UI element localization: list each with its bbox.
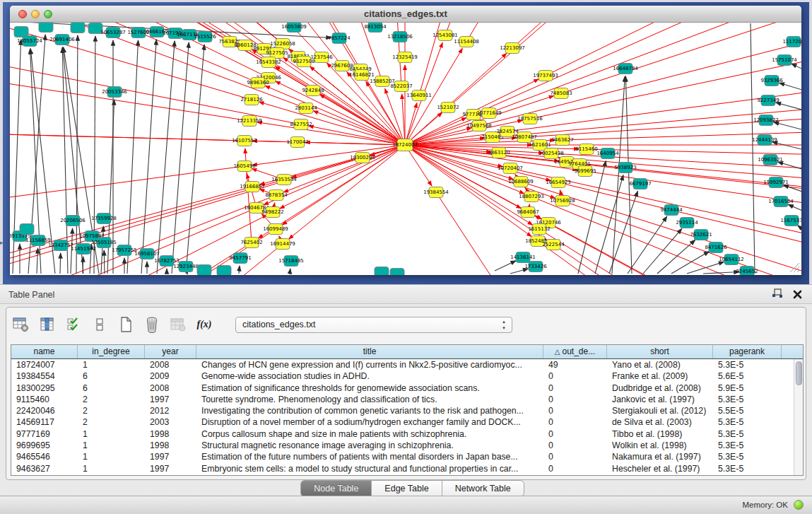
svg-text:9684067: 9684067	[517, 209, 539, 215]
status-bar: Memory: OK	[0, 496, 812, 514]
table-settings-icon[interactable]	[12, 315, 30, 334]
tab-edge-table[interactable]: Edge Table	[372, 480, 442, 497]
table-cell: 0	[543, 440, 607, 451]
svg-text:13218506: 13218506	[387, 34, 413, 40]
table-cell: 1998	[145, 440, 196, 451]
table-row[interactable]: 946554611997Estimation of the future num…	[11, 451, 803, 462]
table-row[interactable]: 1830029562008Estimation of significance …	[11, 382, 803, 394]
svg-text:12923448: 12923448	[173, 264, 199, 269]
graph-node[interactable]	[375, 267, 389, 276]
node-attribute-table[interactable]: namein_degreeyeartitle△out_de...shortpag…	[11, 344, 804, 476]
table-column-icon[interactable]	[38, 315, 57, 334]
scrollbar-thumb[interactable]	[796, 361, 802, 385]
svg-text:9463627: 9463627	[551, 137, 573, 143]
tab-node-table[interactable]: Node Table	[300, 480, 372, 497]
svg-text:2522544: 2522544	[542, 242, 565, 247]
table-cell: 1	[78, 451, 145, 462]
citation-network-graph[interactable]: 1872400712543081111544081221309712325419…	[10, 23, 801, 275]
function-builder-icon[interactable]: f(x)	[195, 315, 213, 334]
svg-text:8813054: 8813054	[364, 24, 387, 30]
svg-text:13342757: 13342757	[48, 243, 73, 248]
graph-node[interactable]	[39, 23, 53, 33]
svg-text:12093822: 12093822	[753, 117, 779, 123]
column-header-out_de[interactable]: △out_de...	[543, 345, 607, 358]
stacked-boxes-icon[interactable]	[90, 315, 109, 334]
table-row[interactable]: 2242004622012Investigating the contribut…	[11, 405, 803, 416]
svg-text:13640911: 13640911	[406, 93, 432, 98]
svg-text:1170042: 1170042	[286, 139, 308, 145]
table-row[interactable]: 1872400712008Changes of HCN gene express…	[11, 359, 803, 370]
table-cell: 22420046	[11, 405, 78, 416]
column-header-title[interactable]: title	[196, 345, 543, 358]
svg-text:9896360: 9896360	[247, 80, 269, 86]
table-cell: 0	[543, 405, 607, 416]
memory-status-indicator[interactable]	[794, 500, 804, 510]
network-view-window[interactable]: citations_edges.txt 18724007125430811115…	[10, 6, 801, 275]
svg-text:16146821: 16146821	[349, 72, 375, 78]
svg-text:16353534: 16353534	[271, 177, 297, 182]
svg-text:9498222: 9498222	[261, 209, 283, 215]
column-header-pagerank[interactable]: pagerank	[713, 345, 782, 358]
table-cell: 1997	[145, 451, 196, 462]
svg-text:16914479: 16914479	[270, 241, 295, 247]
table-cell: 1	[78, 359, 145, 370]
svg-text:18300295: 18300295	[350, 155, 375, 160]
panel-collapse-arrow-icon[interactable]: ▸	[0, 239, 4, 246]
svg-text:10653287: 10653287	[100, 30, 126, 35]
tab-network-table[interactable]: Network Table	[442, 480, 524, 497]
table-row[interactable]: 946362711997Embryonic stem cells: a mode…	[11, 463, 803, 474]
table-vertical-scrollbar[interactable]	[794, 359, 803, 475]
svg-text:15751074: 15751074	[772, 57, 797, 63]
close-panel-icon[interactable]	[793, 289, 802, 302]
table-cell: Corpus callosum shape and size in male p…	[196, 428, 543, 440]
svg-text:9474444: 9474444	[660, 207, 683, 213]
table-selector-dropdown[interactable]: citations_edges.txt ▲▼	[235, 317, 512, 333]
graph-node[interactable]	[20, 224, 34, 235]
table-row[interactable]: 1938455462009Genome-wide association stu…	[11, 370, 803, 382]
table-cell: 0	[543, 394, 607, 405]
table-cell: Embryonic stem cells: a model to study s…	[196, 463, 543, 474]
column-header-short[interactable]: short	[607, 345, 713, 358]
svg-text:2935114: 2935114	[676, 220, 698, 226]
svg-text:3824574: 3824574	[496, 129, 519, 134]
table-cell: 5.5E-5	[713, 405, 782, 416]
svg-text:9115460: 9115460	[575, 146, 597, 152]
table-cell: Jankovic et al. (1997)	[607, 394, 713, 405]
window-titlebar[interactable]: citations_edges.txt	[10, 6, 801, 23]
table-cell: 1	[78, 428, 145, 440]
svg-text:8427552: 8427552	[290, 122, 312, 127]
select-rows-icon[interactable]	[64, 315, 83, 334]
table-row[interactable]: 1456911722003Disruption of a novel membe…	[11, 416, 803, 428]
table-cell: 2003	[145, 416, 196, 428]
svg-text:10720407: 10720407	[498, 165, 523, 171]
delete-table-icon[interactable]	[143, 315, 161, 334]
svg-text:11154408: 11154408	[454, 39, 479, 45]
table-row[interactable]: 969969511998Structural magnetic resonanc…	[11, 440, 803, 451]
column-header-in_degree[interactable]: in_degree	[78, 345, 145, 358]
graph-node[interactable]	[71, 23, 85, 33]
svg-text:10654112: 10654112	[719, 257, 744, 262]
table-cell: Wolkin et al. (1998)	[607, 440, 713, 451]
svg-text:16648784: 16648784	[613, 66, 638, 71]
float-panel-icon[interactable]	[772, 288, 783, 302]
table-row[interactable]: 911546021997Tourette syndrome. Phenomeno…	[11, 394, 803, 405]
table-cell: Tibbo et al. (1998)	[607, 428, 713, 440]
column-header-name[interactable]: name	[11, 345, 78, 358]
table-cell: Yano et al. (2008)	[607, 359, 713, 370]
table-row[interactable]: 977716911998Corpus callosum shape and si…	[11, 428, 803, 440]
graph-node[interactable]	[390, 269, 404, 276]
svg-text:7625402: 7625402	[240, 240, 262, 245]
table-cell: 0	[543, 370, 607, 382]
svg-text:19384554: 19384554	[423, 189, 449, 195]
table-cell: Changes of HCN gene expression and I(f) …	[196, 359, 543, 370]
svg-text:5938923: 5938923	[614, 165, 636, 170]
svg-text:16543382: 16543382	[256, 59, 281, 65]
column-header-year[interactable]: year	[145, 345, 196, 358]
svg-text:10963521: 10963521	[758, 157, 783, 163]
table-cell: Tourette syndrome. Phenomenology and cla…	[196, 394, 543, 405]
new-document-icon[interactable]	[117, 315, 135, 334]
graph-node[interactable]	[217, 266, 231, 276]
table-cell: 5.3E-5	[713, 394, 782, 405]
graph-node[interactable]	[197, 265, 211, 276]
network-canvas[interactable]: 1872400712543081111544081221309712325419…	[10, 23, 801, 275]
